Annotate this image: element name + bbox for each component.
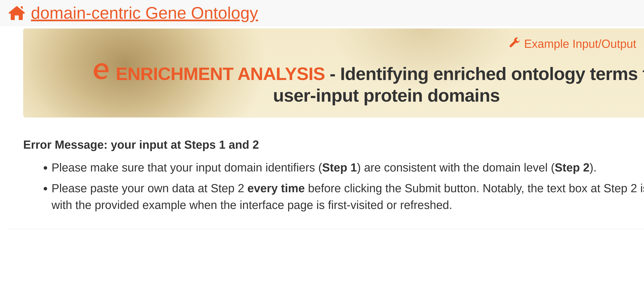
error-bullet-2: Please paste your own data at Step 2 eve… (52, 180, 644, 214)
divider (8, 229, 644, 229)
page-title: ENRICHMENT ANALYSIS - Identifying enrich… (35, 62, 644, 106)
title-rest-2: user-input protein domains (273, 85, 500, 106)
hero-banner: Example Input/Output User Manual ENRICHM… (23, 28, 644, 118)
title-dash: - (325, 64, 340, 84)
error-heading: Error Message: your input at Steps 1 and… (23, 138, 644, 151)
wrench-icon (509, 36, 521, 51)
hero-link-row: Example Input/Output User Manual (35, 36, 644, 51)
navbar: domain-centric Gene Ontology (0, 0, 644, 26)
home-icon (8, 4, 26, 22)
error-list: Please make sure that your input domain … (23, 159, 644, 214)
example-io-label: Example Input/Output (524, 37, 636, 50)
error-bullet-1: Please make sure that your input domain … (52, 159, 644, 176)
example-io-link[interactable]: Example Input/Output (509, 36, 636, 51)
brand-link[interactable]: domain-centric Gene Ontology (8, 4, 258, 22)
edge-e-icon (91, 62, 111, 85)
title-accent: ENRICHMENT ANALYSIS (116, 64, 325, 84)
title-rest-1: Identifying enriched ontology terms from (340, 64, 644, 84)
brand-text: domain-centric Gene Ontology (31, 4, 258, 21)
error-block: Error Message: your input at Steps 1 and… (23, 138, 644, 214)
